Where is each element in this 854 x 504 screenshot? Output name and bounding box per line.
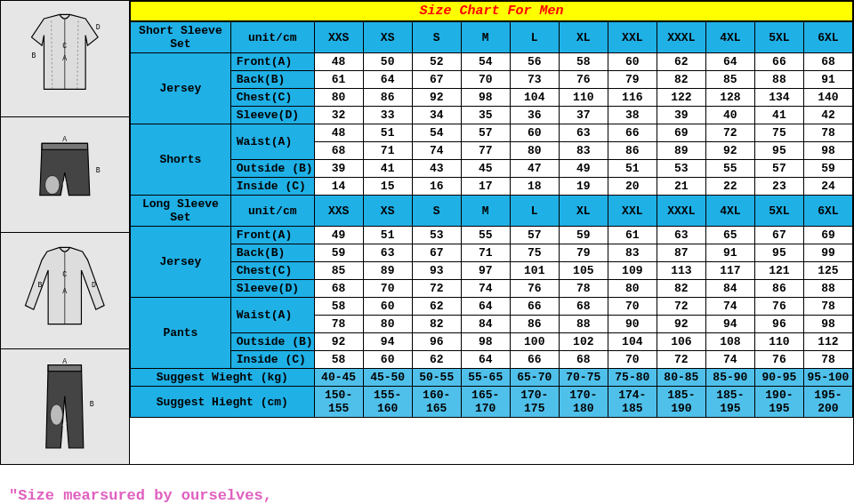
long-sleeve-header: Long Sleeve Set unit/cm XXS XS S M L XL … xyxy=(131,196,853,227)
table-row: Shorts Waist(A) 4851545760636669727578 xyxy=(131,124,853,142)
note-line-1: "Size mearsured by ourselves, xyxy=(9,483,845,504)
table-row: Sleeve(D) 3233343536373839404142 xyxy=(131,107,853,124)
svg-point-8 xyxy=(45,176,60,195)
table-row: Outside (B) 3941434547495153555759 xyxy=(131,160,853,178)
table-row: Outside (B) 9294969810010210410610811011… xyxy=(131,333,853,351)
svg-text:B: B xyxy=(90,401,94,409)
svg-text:C: C xyxy=(63,180,68,188)
size-chart: A B C D A B C A B C xyxy=(0,0,854,465)
title-row: Size Chart For Men xyxy=(131,2,853,22)
short-sleeve-header: Short Sleeve Set unit/cm XXS XS S M L XL… xyxy=(131,21,853,53)
table-row: Back(B) 5963677175798387919599 xyxy=(131,244,853,262)
long-sleeve-jersey-diagram: A B C D xyxy=(1,233,130,349)
svg-text:C: C xyxy=(63,421,68,429)
short-sleeve-jersey-diagram: A B C D xyxy=(1,1,130,117)
svg-text:C: C xyxy=(63,270,68,278)
svg-text:A: A xyxy=(63,286,68,294)
svg-text:B: B xyxy=(38,280,43,288)
suggest-weight-row: Suggest Wieght (kg) 40-4545-5050-5555-65… xyxy=(131,369,853,387)
svg-text:A: A xyxy=(63,54,68,62)
diagram-column: A B C D A B C A B C xyxy=(1,1,130,464)
svg-text:A: A xyxy=(63,358,68,366)
svg-text:D: D xyxy=(92,280,96,288)
table-row: Chest(C) 80869298104110116122128134140 xyxy=(131,89,853,107)
pants-diagram: A B C xyxy=(1,349,130,465)
table-row: Jersey Front(A) 4951535557596163656769 xyxy=(131,227,853,244)
table-row: Chest(C) 85899397101105109113117121125 xyxy=(131,262,853,280)
svg-text:B: B xyxy=(96,166,101,174)
shorts-diagram: A B C xyxy=(1,117,130,234)
svg-text:C: C xyxy=(63,42,68,50)
svg-text:B: B xyxy=(32,52,36,60)
measurement-note: "Size mearsured by ourselves, sometimes … xyxy=(0,465,854,504)
table-row: Jersey Front(A) 4850525456586062646668 xyxy=(131,53,853,71)
table-row: Sleeve(D) 6870727476788082848688 xyxy=(131,280,853,298)
svg-text:A: A xyxy=(63,135,68,143)
table-title: Size Chart For Men xyxy=(131,2,853,22)
svg-point-18 xyxy=(51,404,63,425)
svg-rect-7 xyxy=(42,143,87,149)
size-table: Size Chart For Men Short Sleeve Set unit… xyxy=(130,1,853,464)
table-row: Back(B) 6164677073767982858891 xyxy=(131,71,853,89)
svg-text:D: D xyxy=(96,23,101,31)
suggest-height-row: Suggest Hieght (cm) 150-155155-160160-16… xyxy=(131,387,853,418)
table-row: Inside (C) 1415161718192021222324 xyxy=(131,178,853,196)
table-row: Pants Waist(A) 5860626466687072747678 xyxy=(131,298,853,316)
table-row: Inside (C) 5860626466687072747678 xyxy=(131,351,853,369)
svg-rect-17 xyxy=(48,365,81,372)
